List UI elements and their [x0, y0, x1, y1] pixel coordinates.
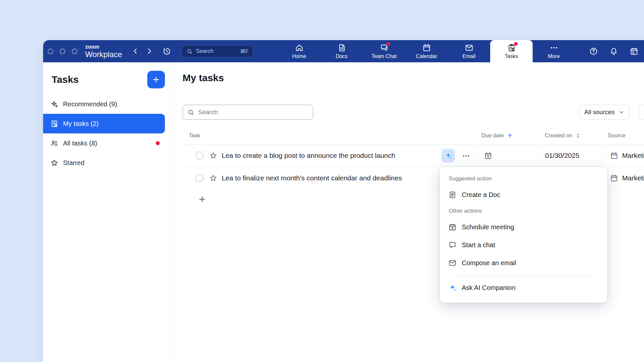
main-content: My tasks All sources Task — [174, 62, 644, 362]
menu-item-ask-ai-companion[interactable]: Ask AI Companion — [440, 279, 607, 297]
chat-bubble-icon — [448, 241, 457, 249]
chevron-left-icon — [132, 47, 139, 55]
task-title[interactable]: Lea to finalize next month’s content cal… — [222, 174, 402, 182]
global-search[interactable]: Search ⌘F — [182, 45, 253, 57]
history-icon — [162, 47, 171, 56]
column-header-task[interactable]: Task — [183, 127, 477, 144]
logo-workplace-text: Workplace — [85, 51, 122, 58]
screen: zoom Workplace Search ⌘F — [0, 0, 644, 362]
sidebar-menu: Recommended (9) My tasks (2) All tasks (… — [43, 94, 173, 173]
nav-label: More — [548, 54, 560, 59]
source-cell[interactable]: Marketing — [602, 144, 644, 167]
help-icon — [589, 47, 598, 56]
notification-dot — [387, 42, 390, 46]
popup-divider — [449, 275, 598, 276]
popup-section-title: Suggested action — [440, 172, 607, 186]
notification-dot — [514, 42, 518, 46]
set-due-date-button[interactable] — [484, 152, 492, 160]
source-calendar-icon — [610, 152, 618, 160]
edge-toolbar-button[interactable] — [639, 105, 644, 120]
sort-ascending-icon — [507, 133, 513, 139]
task-more-button[interactable] — [460, 150, 472, 162]
logo-zoom-text: zoom — [85, 44, 122, 50]
star-icon — [50, 159, 58, 167]
task-complete-checkbox[interactable] — [196, 152, 203, 159]
task-cell: Lea to create a blog post to announce th… — [183, 144, 477, 167]
chevron-down-icon — [619, 109, 624, 115]
sort-toggle-icon — [575, 133, 581, 139]
nav-label: Home — [292, 54, 306, 59]
calendar-icon — [422, 43, 431, 52]
forward-button[interactable] — [144, 46, 154, 56]
nav-tab-team-chat[interactable]: Team Chat — [363, 40, 405, 62]
star-icon[interactable] — [209, 174, 217, 182]
notifications-button[interactable] — [609, 46, 619, 56]
date-calendar-button[interactable] — [629, 46, 639, 56]
menu-item-label: Ask AI Companion — [462, 284, 516, 292]
created-on-value: 01/30/2025 — [545, 152, 579, 159]
back-button[interactable] — [131, 46, 140, 56]
envelope-icon — [448, 259, 457, 267]
chevron-right-icon — [145, 47, 153, 55]
my-tasks-icon — [50, 120, 58, 128]
home-icon — [295, 43, 304, 52]
topbar: zoom Workplace Search ⌘F — [43, 40, 644, 62]
nav-label: Calendar — [416, 54, 437, 59]
due-date-cell — [477, 144, 538, 167]
menu-item-label: Schedule meeting — [462, 223, 514, 231]
menu-item-label: Compose an email — [462, 259, 516, 267]
task-title[interactable]: Lea to create a blog post to announce th… — [222, 152, 395, 159]
help-button[interactable] — [588, 46, 598, 56]
sidebar-item-recommended[interactable]: Recommended (9) — [43, 94, 165, 114]
sources-filter-dropdown[interactable]: All sources — [579, 105, 629, 120]
nav-tab-calendar[interactable]: Calendar — [405, 40, 448, 62]
nav-tab-more[interactable]: More — [533, 40, 575, 62]
sidebar-item-all-tasks[interactable]: All tasks (8) — [43, 133, 165, 153]
sidebar: Tasks Recommended (9) — [43, 62, 174, 362]
nav-label: Tasks — [505, 54, 518, 59]
column-header-due-date[interactable]: Due date — [477, 127, 538, 144]
ai-companion-button[interactable] — [442, 149, 455, 162]
menu-item-schedule-meeting[interactable]: Schedule meeting — [440, 218, 607, 236]
column-label: Source — [608, 132, 625, 139]
sidebar-item-my-tasks[interactable]: My tasks (2) — [43, 114, 165, 133]
window-body: Tasks Recommended (9) — [43, 62, 644, 362]
history-button[interactable] — [162, 46, 172, 56]
sidebar-item-starred[interactable]: Starred — [43, 153, 165, 173]
ai-sparkle-icon — [448, 284, 457, 292]
window-controls — [48, 49, 77, 54]
plus-icon — [198, 195, 206, 204]
bell-icon — [609, 47, 618, 56]
task-complete-checkbox[interactable] — [196, 174, 203, 182]
notification-dot — [156, 141, 160, 145]
sidebar-title: Tasks — [52, 74, 79, 85]
column-header-created-on[interactable]: Created on — [538, 127, 602, 144]
nav-tab-home[interactable]: Home — [278, 40, 320, 62]
sidebar-item-label: Recommended (9) — [63, 100, 117, 108]
sparkles-icon — [50, 100, 58, 108]
nav-tab-email[interactable]: Email — [448, 40, 490, 62]
source-name: Marketing — [622, 174, 644, 182]
sources-filter-value: All sources — [584, 109, 615, 116]
menu-item-compose-email[interactable]: Compose an email — [440, 254, 607, 272]
window-control-icon[interactable] — [72, 49, 77, 54]
created-on-cell: 01/30/2025 — [538, 144, 602, 167]
menu-item-start-chat[interactable]: Start a chat — [440, 236, 607, 254]
nav-tab-tasks[interactable]: Tasks — [490, 40, 533, 62]
search-icon — [186, 48, 193, 54]
source-cell[interactable]: Marketing — [602, 167, 644, 189]
sidebar-item-label: Starred — [63, 159, 85, 167]
window-control-icon[interactable] — [48, 49, 53, 54]
task-search-input[interactable] — [198, 108, 308, 116]
plus-icon — [152, 75, 160, 84]
zoom-workplace-logo: zoom Workplace — [85, 44, 122, 58]
table-header: Task Due date Created on Source — [183, 127, 644, 144]
nav-tab-docs[interactable]: Docs — [320, 40, 363, 62]
new-task-button[interactable] — [147, 71, 165, 88]
column-header-source[interactable]: Source — [602, 127, 644, 144]
star-icon[interactable] — [209, 152, 217, 159]
menu-item-create-doc[interactable]: Create a Doc — [440, 186, 607, 204]
add-task-button[interactable] — [198, 195, 207, 204]
popup-section-title: Other actions — [440, 204, 607, 218]
window-control-icon[interactable] — [60, 49, 65, 54]
